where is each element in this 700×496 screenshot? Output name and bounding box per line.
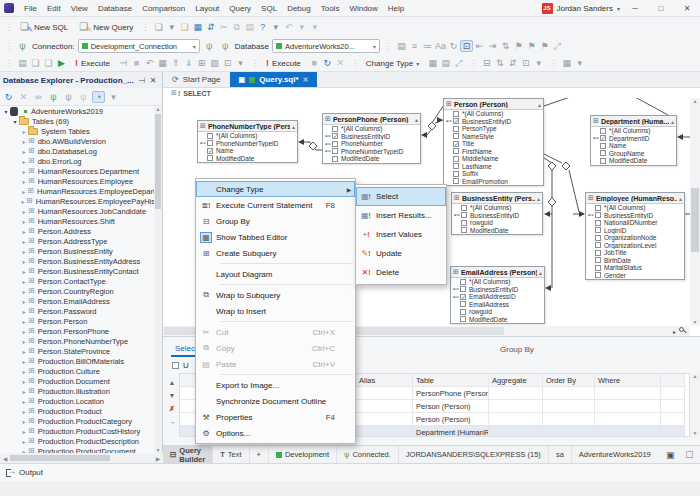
menu-item-show-tabbed-editor[interactable]: ▦Show Tabbed Editor (196, 229, 355, 245)
panel-toggle-icon[interactable]: ☐ (683, 450, 696, 460)
tree-item[interactable]: ▸⊞Person.BusinessEntityAddress (0, 256, 155, 266)
grid-cell[interactable] (661, 387, 685, 400)
window-layout-caret[interactable]: ▾ (573, 58, 586, 68)
disconnect-icon[interactable]: ψ (219, 41, 232, 51)
grid-cell[interactable] (489, 426, 543, 437)
diagram-view-icon[interactable]: ▦ (426, 58, 439, 68)
entity-column[interactable]: ✓Title (444, 140, 543, 148)
column-checkbox[interactable] (595, 220, 601, 226)
entity-column[interactable]: EmailAddress (451, 301, 544, 309)
entity-column[interactable]: OrganizationLevel (586, 242, 684, 250)
menu-item-cut[interactable]: ✂CutCtrl+X (196, 324, 355, 340)
collapse-icon[interactable]: ▴ (538, 101, 541, 108)
column-checkbox[interactable]: ✓ (207, 148, 213, 154)
column-checkbox[interactable] (600, 150, 606, 156)
cut-icon[interactable]: ✂ (217, 22, 230, 32)
column-checkbox[interactable] (453, 111, 459, 117)
collapse-icon[interactable]: ▴ (415, 116, 418, 123)
grid-cell[interactable] (661, 400, 685, 413)
tree-item[interactable]: ▸⊞dbo.AWBuildVersion (0, 136, 155, 146)
entity-column[interactable]: LastName (444, 163, 543, 171)
stop-refresh-icon[interactable]: ✕ (17, 92, 30, 102)
column-checkbox[interactable]: ✓ (600, 135, 606, 141)
column-checkbox[interactable] (460, 316, 466, 322)
collapsed-icon[interactable]: ▸ (20, 178, 28, 185)
entity-column[interactable]: MaritalStatus (586, 264, 684, 272)
case-icon[interactable]: Aa (434, 41, 447, 51)
collapse-icon[interactable]: ▴ (292, 123, 295, 130)
submenu-item-delete[interactable]: ✕!Delete (356, 263, 446, 282)
collapsed-icon[interactable]: ▸ (20, 388, 28, 395)
column-checkbox[interactable] (595, 257, 601, 263)
help-caret[interactable]: ▾ (269, 22, 282, 32)
grid-cell[interactable]: Person (Person) (413, 400, 489, 413)
entity-column[interactable]: ⊷BusinessEntityID (452, 212, 542, 220)
toolbar-grip[interactable]: ⋮ (5, 59, 12, 68)
redo-caret[interactable]: ▾ (308, 22, 321, 32)
column-checkbox[interactable] (595, 265, 601, 271)
view-dependencies-icon[interactable]: ∞ (32, 92, 45, 102)
collapsed-icon[interactable]: ▸ (20, 368, 28, 375)
grid-cell[interactable]: Person (Person) (413, 413, 489, 426)
refresh-query-icon[interactable]: ↻ (321, 58, 334, 68)
menu-item-properties[interactable]: ⚒PropertiesF4 (196, 409, 355, 425)
column-checkbox[interactable] (461, 220, 467, 226)
tree-item[interactable]: ▸⊞Person.AddressType (0, 236, 155, 246)
entity-column[interactable]: ⊷PhoneNumberTypeID (198, 140, 297, 148)
paste-icon[interactable]: ▤ (243, 22, 256, 32)
disconnect-icon[interactable]: ψ (77, 92, 90, 102)
entity-column[interactable]: ⊷BusinessEntityID (586, 212, 684, 220)
entity-column[interactable]: rowguid (451, 308, 544, 316)
scroll-left-icon[interactable]: ◀ (0, 455, 10, 462)
entity-column[interactable]: ⊷✓BusinessEntityID (323, 133, 420, 141)
minimize-button[interactable]: ─ (624, 2, 646, 15)
undo-caret[interactable]: ▾ (295, 22, 308, 32)
entity-column[interactable]: *(All Columns) (591, 127, 676, 135)
submenu-item-insert-values[interactable]: +!Insert Values (356, 225, 446, 244)
collapsed-icon[interactable]: ▸ (20, 158, 28, 165)
new-sql-window-icon[interactable]: ❏ (29, 58, 42, 68)
cancel-query-icon[interactable]: ✕ (334, 58, 347, 68)
move-up-icon[interactable]: ⇅ (493, 58, 506, 68)
column-checkbox[interactable] (595, 242, 601, 248)
column-checkbox[interactable] (595, 250, 601, 256)
entity-column[interactable]: Suffix (444, 170, 543, 178)
collapsed-icon[interactable]: ▸ (20, 258, 28, 265)
new-document-caret[interactable]: ▾ (165, 22, 178, 32)
scroll-right-icon[interactable]: ▶ (153, 455, 163, 462)
collapsed-icon[interactable]: ▸ (20, 418, 28, 425)
grid-cell[interactable] (595, 387, 661, 400)
import-data-icon[interactable]: ⇓ (182, 58, 195, 68)
tree-item[interactable]: ▸⊞Person.PersonPhone (0, 326, 155, 336)
entity-column[interactable]: ModifiedDate (451, 316, 544, 324)
tree-item[interactable]: ▸⊞Production.BillOfMaterials (0, 356, 155, 366)
grid-cell[interactable] (543, 413, 595, 426)
scrollbar-thumb[interactable] (155, 114, 161, 209)
new-sql-button[interactable]: ❏✎ New SQL (16, 20, 72, 34)
menu-item-wrap-to-subquery[interactable]: ⧉Wrap to Subquery (196, 287, 355, 303)
editor-view-icon[interactable]: ▤ (439, 58, 452, 68)
grid-cell[interactable] (543, 400, 595, 413)
tree-item[interactable]: ▸⊞Person.Password (0, 306, 155, 316)
entity-column[interactable]: *(All Columns) (451, 278, 544, 286)
tab-start-page[interactable]: ⟳ Start Page (163, 72, 230, 87)
open-file-icon[interactable]: ❏ (178, 22, 191, 32)
grid-vertical-scrollbar[interactable]: ▲ ▼ (690, 373, 700, 437)
tree-item[interactable]: ▸⊞HumanResources.EmployeePayHis (0, 196, 155, 206)
column-checkbox[interactable] (453, 156, 459, 162)
menu-sql[interactable]: SQL (256, 2, 282, 15)
menu-item-options[interactable]: ⚙Options... (196, 425, 355, 441)
menu-item-paste[interactable]: ▤PasteCtrl+V (196, 356, 355, 372)
tree-item[interactable]: ▸⊞dbo.ErrorLog (0, 156, 155, 166)
column-checkbox[interactable] (460, 286, 466, 292)
close-button[interactable]: ✕ (676, 2, 698, 15)
entity-column[interactable]: Name (591, 142, 676, 150)
menu-comparison[interactable]: Comparison (137, 2, 190, 15)
column-checkbox[interactable] (461, 227, 467, 233)
collapsed-icon[interactable]: ▸ (20, 278, 28, 285)
entity-column[interactable]: OrganizationNode (586, 234, 684, 242)
tree-item[interactable]: ▸⊞dbo.DatabaseLog (0, 146, 155, 156)
open-query-icon[interactable]: ❏ (42, 58, 55, 68)
tree-item[interactable]: ▾AdventureWorks2019 (0, 106, 155, 116)
collapse-icon[interactable]: ▴ (679, 195, 682, 202)
